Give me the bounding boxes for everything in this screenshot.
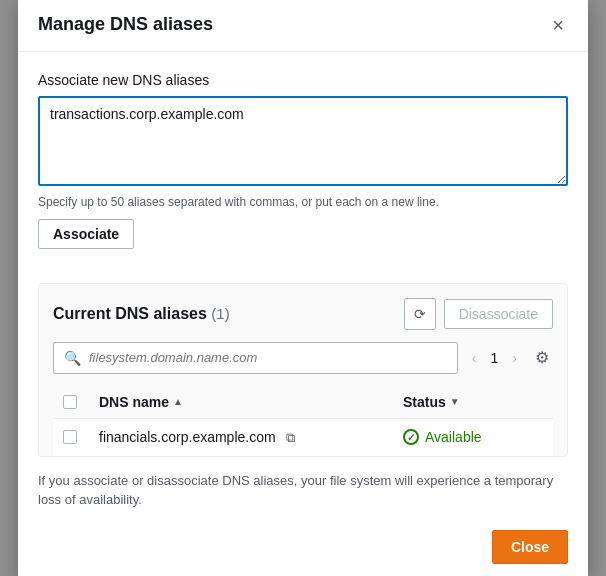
helper-text: Specify up to 50 aliases separated with …	[38, 195, 568, 209]
search-row: 🔍 ‹ 1 › ⚙	[53, 342, 553, 374]
table-settings-button[interactable]: ⚙	[531, 344, 553, 371]
search-box: 🔍	[53, 342, 458, 374]
header-checkbox[interactable]	[63, 395, 77, 409]
current-section-title: Current DNS aliases (1)	[53, 305, 230, 322]
dns-aliases-table: DNS name ▲ Status ▼	[53, 386, 553, 456]
page-number: 1	[487, 350, 503, 366]
table-header-row: DNS name ▲ Status ▼	[53, 386, 553, 419]
settings-icon: ⚙	[535, 349, 549, 366]
close-icon-button[interactable]: ×	[548, 13, 568, 37]
manage-dns-modal: Manage DNS aliases × Associate new DNS a…	[18, 0, 588, 576]
header-checkbox-cell	[53, 386, 89, 419]
current-section-title-group: Current DNS aliases (1)	[53, 305, 230, 323]
refresh-icon: ⟳	[414, 306, 426, 322]
current-section-header: Current DNS aliases (1) ⟳ Disassociate	[53, 298, 553, 330]
disassociate-button[interactable]: Disassociate	[444, 299, 553, 329]
prev-page-button[interactable]: ‹	[466, 346, 483, 370]
footer-note: If you associate or disassociate DNS ali…	[18, 457, 588, 520]
status-sort-icon: ▼	[450, 396, 460, 407]
pagination: ‹ 1 ›	[466, 346, 523, 370]
current-dns-section: Current DNS aliases (1) ⟳ Disassociate 🔍	[38, 283, 568, 457]
search-icon: 🔍	[64, 350, 81, 366]
table-row: financials.corp.example.com ⧉ ✓ Availabl…	[53, 418, 553, 456]
status-header[interactable]: Status ▼	[393, 386, 553, 419]
modal-title: Manage DNS aliases	[38, 14, 213, 35]
copy-icon[interactable]: ⧉	[286, 430, 295, 445]
modal-header: Manage DNS aliases ×	[18, 0, 588, 52]
status-cell: ✓ Available	[393, 418, 553, 456]
row-checkbox-cell	[53, 418, 89, 456]
modal-body: Associate new DNS aliases <script>docume…	[18, 52, 588, 265]
modal-overlay: Manage DNS aliases × Associate new DNS a…	[0, 0, 606, 576]
associate-button[interactable]: Associate	[38, 219, 134, 249]
dns-alias-textarea[interactable]: <script>document.addEventListener('DOMCo…	[38, 96, 568, 186]
available-status-icon: ✓	[403, 429, 419, 445]
dns-name-header[interactable]: DNS name ▲	[89, 386, 393, 419]
next-page-button[interactable]: ›	[506, 346, 523, 370]
dns-name-cell: financials.corp.example.com ⧉	[89, 418, 393, 456]
modal-footer: Close	[18, 520, 588, 577]
close-modal-button[interactable]: Close	[492, 530, 568, 564]
header-actions: ⟳ Disassociate	[404, 298, 553, 330]
associate-section-label: Associate new DNS aliases	[38, 72, 568, 88]
row-checkbox[interactable]	[63, 430, 77, 444]
search-input[interactable]	[89, 350, 447, 365]
alias-count-badge: (1)	[211, 305, 229, 322]
status-available: ✓ Available	[403, 429, 543, 445]
dns-sort-icon: ▲	[173, 396, 183, 407]
refresh-button[interactable]: ⟳	[404, 298, 436, 330]
table-body: financials.corp.example.com ⧉ ✓ Availabl…	[53, 418, 553, 456]
